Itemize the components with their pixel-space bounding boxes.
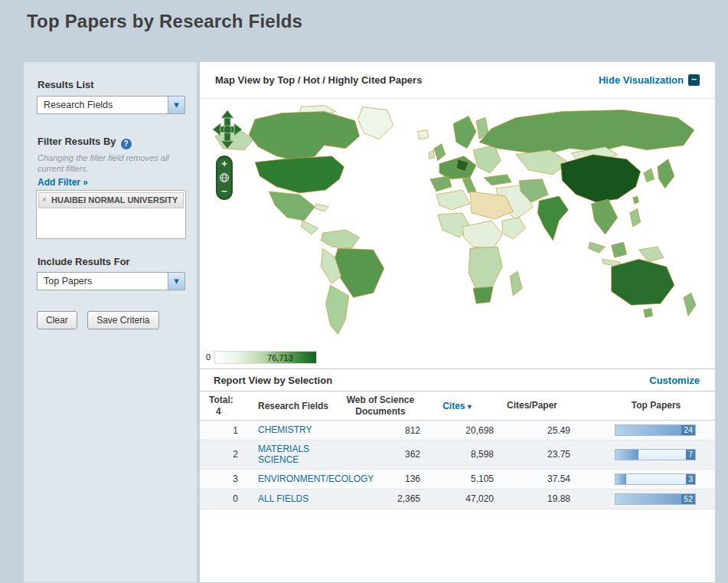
column-cites-per-paper[interactable]: Cites/Paper xyxy=(494,400,570,411)
column-cites-sortable[interactable]: Cites ▾ xyxy=(420,401,494,411)
filter-results-label: Filter Results By? xyxy=(38,136,132,149)
row-bar-value: 24 xyxy=(681,425,695,435)
row-docs: 362 xyxy=(341,449,420,460)
row-docs: 136 xyxy=(341,473,420,484)
total-label: Total: xyxy=(209,395,233,405)
customize-link[interactable]: Customize xyxy=(649,375,700,386)
top-papers-bar: 7 xyxy=(615,449,696,460)
page-title: Top Papers by Research Fields xyxy=(27,11,302,32)
include-results-dropdown[interactable]: Top Papers ▾ xyxy=(37,272,185,290)
countries[interactable] xyxy=(215,106,696,335)
map-zoom-control[interactable]: + − xyxy=(216,156,233,200)
zoom-in-icon[interactable]: + xyxy=(221,159,227,169)
map-legend: 0 76,713 xyxy=(200,346,715,368)
add-filter-link[interactable]: Add Filter » xyxy=(38,177,88,188)
row-field-link[interactable]: CHEMISTRY xyxy=(258,424,312,435)
remove-filter-icon[interactable]: × xyxy=(42,195,47,205)
row-cites: 20,698 xyxy=(420,425,494,436)
filter-chip-label: HUAIBEI NORMAL UNIVERSITY xyxy=(51,195,178,205)
table-row: 2 MATERIALS SCIENCE 362 8,598 23.75 7 xyxy=(200,441,715,470)
column-research-fields: Research Fields xyxy=(243,401,341,411)
main-panel: Map View by Top / Hot / Highly Cited Pap… xyxy=(199,61,716,583)
row-cpp: 25.49 xyxy=(494,425,570,436)
save-criteria-button[interactable]: Save Criteria xyxy=(87,311,158,329)
minus-icon[interactable]: – xyxy=(688,74,700,86)
total-count: Total: 4 xyxy=(200,395,243,418)
chevron-down-icon[interactable]: ▾ xyxy=(168,273,184,290)
hide-visualization-link[interactable]: Hide Visualization – xyxy=(599,74,700,86)
include-results-label: Include Results For xyxy=(38,256,130,267)
clear-button[interactable]: Clear xyxy=(37,311,77,329)
top-papers-bar: 52 xyxy=(615,493,696,505)
top-papers-bar: 3 xyxy=(615,473,696,485)
table-row: 0 ALL FIELDS 2,365 47,020 19.88 52 xyxy=(200,490,715,509)
pan-left-icon xyxy=(213,123,220,136)
row-cites: 5,105 xyxy=(420,473,494,484)
sort-desc-icon: ▾ xyxy=(468,402,472,411)
row-cpp: 19.88 xyxy=(494,493,570,504)
row-cpp: 37.54 xyxy=(494,473,570,484)
active-filters-box: × HUAIBEI NORMAL UNIVERSITY xyxy=(36,190,186,239)
column-wos-documents[interactable]: Web of Science Documents xyxy=(341,395,420,418)
row-bar-fill xyxy=(615,474,626,484)
row-rank: 3 xyxy=(200,473,243,484)
row-cites: 8,598 xyxy=(420,449,494,460)
sidebar-buttons: Clear Save Criteria xyxy=(37,311,166,329)
pan-down-icon xyxy=(221,141,233,149)
row-cpp: 23.75 xyxy=(494,449,570,460)
filter-chip[interactable]: × HUAIBEI NORMAL UNIVERSITY xyxy=(38,192,184,208)
row-bar-value: 7 xyxy=(686,450,695,460)
results-list-label: Results List xyxy=(38,79,94,90)
report-view-title: Report View by Selection xyxy=(214,375,332,386)
table-header-row: Total: 4 Research Fields Web of Science … xyxy=(200,391,715,421)
visualization-header: Map View by Top / Hot / Highly Cited Pap… xyxy=(200,62,715,99)
top-papers-bar: 24 xyxy=(615,424,696,436)
row-bar-fill xyxy=(615,450,638,460)
pan-up-icon xyxy=(221,110,233,118)
map-pan-control[interactable] xyxy=(212,110,243,151)
row-docs: 812 xyxy=(341,425,420,436)
question-icon[interactable]: ? xyxy=(121,139,132,149)
row-field-link[interactable]: MATERIALS SCIENCE xyxy=(258,444,341,466)
zoom-out-icon[interactable]: − xyxy=(221,187,227,196)
row-rank: 1 xyxy=(200,425,243,436)
world-map[interactable] xyxy=(209,105,708,336)
legend-max-value: 76,713 xyxy=(267,353,293,362)
row-bar-value: 3 xyxy=(686,474,695,484)
column-cites-label: Cites xyxy=(442,401,465,411)
filter-sidebar: Results List Research Fields ▾ Filter Re… xyxy=(23,61,198,583)
legend-gradient: 76,713 xyxy=(214,351,317,364)
map-view-title: Map View by Top / Hot / Highly Cited Pap… xyxy=(215,74,422,86)
row-docs: 2,365 xyxy=(341,493,420,504)
results-list-dropdown[interactable]: Research Fields ▾ xyxy=(37,96,185,114)
row-field-link[interactable]: ALL FIELDS xyxy=(258,493,309,504)
row-rank: 2 xyxy=(200,449,243,460)
filter-note: Changing the filter field removes all cu… xyxy=(38,152,186,175)
report-table-body: 1 CHEMISTRY 812 20,698 25.49 24 2 MATERI… xyxy=(200,421,715,509)
globe-icon[interactable] xyxy=(219,172,230,183)
filter-results-label-text: Filter Results By xyxy=(38,136,116,147)
total-value: 4 xyxy=(209,406,243,418)
table-row: 3 ENVIRONMENT/ECOLOGY 136 5,105 37.54 3 xyxy=(200,470,715,490)
column-top-papers[interactable]: Top Papers xyxy=(615,400,697,411)
row-cites: 47,020 xyxy=(420,493,494,504)
chevron-down-icon[interactable]: ▾ xyxy=(168,97,184,113)
include-results-selected: Top Papers xyxy=(44,276,92,287)
hide-visualization-label: Hide Visualization xyxy=(599,74,684,86)
row-rank: 0 xyxy=(200,493,243,504)
row-bar-value: 52 xyxy=(681,494,695,504)
world-map-area: + − xyxy=(200,99,715,346)
table-row: 1 CHEMISTRY 812 20,698 25.49 24 xyxy=(200,421,715,441)
pan-right-icon xyxy=(234,123,242,136)
legend-min-value: 0 xyxy=(206,352,211,362)
results-list-selected: Research Fields xyxy=(44,100,113,110)
report-header: Report View by Selection Customize xyxy=(200,368,715,391)
